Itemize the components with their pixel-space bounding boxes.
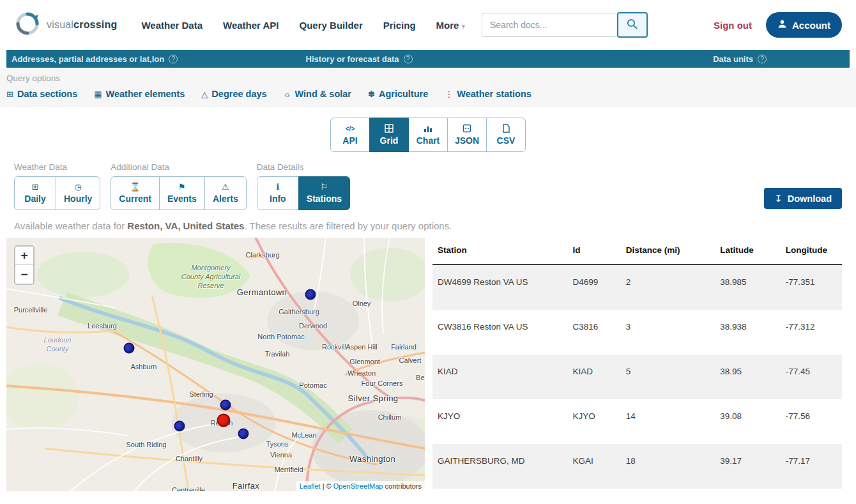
table-row[interactable]: CW3816 Reston VA USC3816338.938-77.312 [432, 310, 842, 355]
map-label-glenmont: Glenmont [349, 358, 380, 367]
map-label-calvert: Calvert [399, 356, 422, 365]
search-input[interactable] [482, 13, 617, 37]
file-icon [487, 123, 525, 134]
tab-json-label: JSON [448, 135, 486, 146]
stations-table: StationIdDistance (mi)LatitudeLongitude … [432, 238, 850, 491]
search-icon [626, 18, 638, 32]
zoom-out-button[interactable]: − [15, 265, 33, 284]
events-label: Events [167, 194, 197, 204]
nav-item-pricing[interactable]: Pricing [383, 20, 416, 31]
map-marker-blue[interactable] [238, 429, 249, 439]
tab-chart[interactable]: Chart [408, 118, 448, 152]
query-bar-section-addresses-partial-addresses-or-lat-lon[interactable]: Addresses, partial addresses or lat,lon? [11, 54, 178, 64]
query-option-wind-solar[interactable]: ☼Wind & solar [284, 89, 351, 99]
column-header-latitude: Latitude [715, 238, 781, 264]
query-bar-section-data-units[interactable]: Data units? [713, 54, 767, 64]
cell-lat: 39.08 [715, 399, 781, 444]
download-button[interactable]: ↧ Download [764, 188, 842, 209]
query-option-data-sections[interactable]: ⊞Data sections [6, 89, 77, 99]
stations-button[interactable]: ⚐Stations [298, 176, 350, 210]
map-label-travilah: Travilah [265, 350, 290, 359]
status-suffix: . These results are filtered by your que… [244, 220, 452, 231]
download-label: Download [788, 194, 832, 204]
group-label-data-details: Data Details [257, 162, 350, 172]
osm-link[interactable]: OpenStreetMap [333, 482, 383, 490]
cell-distance: 2 [621, 264, 715, 310]
status-line: Available weather data for Reston, VA, U… [0, 220, 856, 231]
json-icon [448, 123, 486, 134]
tab-csv-label: CSV [487, 135, 525, 146]
query-option-weather-stations[interactable]: ⋮Weather stations [445, 89, 531, 99]
map-label-merrifield: Merrifield [274, 466, 303, 475]
leaflet-link[interactable]: Leaflet [300, 482, 321, 490]
nav-item-query-builder[interactable]: Query Builder [300, 20, 363, 31]
query-option-degree-days[interactable]: △Degree days [201, 89, 266, 99]
help-icon[interactable]: ? [758, 54, 767, 63]
map-label-north-potomac: North Potomac [257, 333, 304, 342]
query-option-label: Data sections [17, 89, 77, 99]
cell-lon: -77.312 [781, 310, 842, 355]
account-label: Account [792, 20, 830, 31]
nav-item-more[interactable]: More▾ [436, 20, 465, 31]
cell-id: KGAI [568, 444, 621, 489]
data-details-buttons: ℹInfo⚐Stations [257, 176, 350, 210]
hourly-label: Hourly [64, 194, 92, 204]
current-button[interactable]: ⌛Current [111, 176, 160, 210]
map-zoom-control: + − [14, 245, 34, 285]
grid-icon [370, 123, 408, 134]
cell-id: D4699 [568, 264, 621, 310]
account-button[interactable]: Account [766, 12, 842, 38]
cell-id: C3816 [568, 310, 621, 355]
map-label-gaithersburg: Gaithersburg [279, 308, 319, 317]
map-marker-blue[interactable] [124, 343, 135, 354]
zoom-in-button[interactable]: + [15, 247, 33, 265]
map-overlay: ClarksburgMontgomery County Agricultural… [6, 238, 425, 491]
results-area: ClarksburgMontgomery County Agricultural… [0, 238, 856, 491]
info-button[interactable]: ℹInfo [257, 176, 299, 210]
query-option-weather-elements[interactable]: ▦Weather elements [94, 89, 185, 99]
tab-csv[interactable]: CSV [486, 118, 526, 152]
daily-button[interactable]: ⊞Daily [14, 176, 56, 210]
cell-lat: 38.985 [715, 264, 781, 310]
map-marker-blue[interactable] [174, 421, 185, 432]
map-label-south-riding: South Riding [126, 441, 167, 450]
map-label-vienna: Vienna [270, 451, 292, 460]
cell-lat: 39.17 [715, 444, 781, 489]
table-row[interactable]: KJYOKJYO1439.08-77.56 [432, 399, 842, 444]
map-label-leesburg: Leesburg [88, 322, 117, 331]
map-marker-blue[interactable] [305, 289, 316, 300]
hourly-button[interactable]: ◷Hourly [56, 176, 100, 210]
cell-distance: 18 [621, 444, 715, 489]
map-label-fairfax: Fairfax [233, 481, 260, 491]
search-button[interactable] [617, 12, 648, 38]
table-row[interactable]: DW4699 Reston VA USD4699238.985-77.351 [432, 264, 842, 310]
logo-swirl-icon [14, 10, 41, 40]
query-bar-section-history-or-forecast-data[interactable]: History or forecast data? [306, 54, 413, 64]
cell-distance: 14 [621, 399, 715, 444]
map-marker-blue[interactable] [220, 400, 231, 411]
weather-stations-icon: ⋮ [445, 89, 453, 99]
table-row[interactable]: GAITHERSBURG, MDKGAI1839.17-77.17 [432, 444, 842, 489]
table-row[interactable]: KIADKIAD538.95-77.45 [432, 355, 842, 399]
help-icon[interactable]: ? [169, 54, 178, 63]
logo[interactable]: visualcrossing [14, 10, 117, 40]
tab-json[interactable]: JSON [447, 118, 487, 152]
sign-out-link[interactable]: Sign out [714, 20, 752, 31]
query-option-label: Degree days [211, 89, 266, 99]
map-marker-red[interactable] [217, 414, 231, 427]
map-label-clarksburg: Clarksburg [245, 251, 279, 260]
nav-item-weather-api[interactable]: Weather API [223, 20, 279, 31]
help-icon[interactable]: ? [404, 54, 413, 63]
tab-api[interactable]: </> API [330, 118, 370, 152]
alerts-button[interactable]: ⚠Alerts [204, 176, 247, 210]
navbar: visualcrossing Weather DataWeather APIQu… [0, 0, 856, 50]
query-option-agriculture[interactable]: ✽Agriculture [368, 89, 428, 99]
cell-station: KIAD [432, 355, 568, 399]
tab-grid[interactable]: Grid [369, 118, 409, 152]
data-groups-row: Weather Data ⊞Daily◷Hourly Additional Da… [0, 162, 856, 210]
query-option-label: Weather elements [106, 89, 185, 99]
nav-item-weather-data[interactable]: Weather Data [141, 20, 203, 31]
map-label-wheaton: Wheaton [348, 369, 376, 378]
events-button[interactable]: ⚑Events [159, 176, 205, 210]
stations-map[interactable]: ClarksburgMontgomery County Agricultural… [6, 238, 425, 491]
